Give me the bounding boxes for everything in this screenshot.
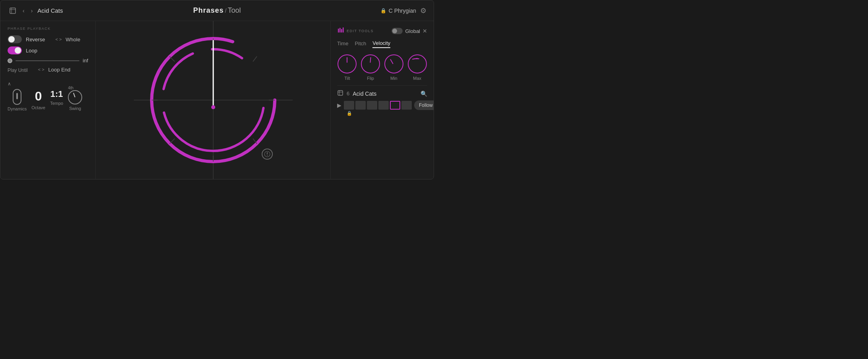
play-until-label: Play Until <box>8 68 28 73</box>
svg-rect-25 <box>338 91 343 95</box>
loop-row: Loop <box>8 46 88 54</box>
phrase-block-1[interactable] <box>344 101 354 110</box>
phrase-block-5[interactable] <box>390 101 400 110</box>
svg-rect-20 <box>338 29 339 33</box>
swing-note: 4th <box>68 86 73 90</box>
tempo-value: 1:1 <box>50 89 63 99</box>
top-bar-center: Phrases / Tool <box>193 6 241 15</box>
phrase-block-3[interactable] <box>367 101 377 110</box>
bottom-controls: ∧ Dynamics 0 Octave <box>8 81 88 111</box>
phrase-block-2[interactable] <box>355 101 366 110</box>
chevron-up-icon[interactable]: ∧ <box>8 81 88 87</box>
global-label: Global <box>405 28 420 34</box>
svg-marker-18 <box>266 152 268 154</box>
center-panel <box>96 21 330 179</box>
svg-rect-0 <box>10 8 15 14</box>
octave-value: 0 <box>35 89 42 104</box>
phrase-name: Acid Cats <box>353 91 376 97</box>
tilt-knob[interactable] <box>338 54 357 73</box>
svg-rect-22 <box>341 29 342 33</box>
loop-label: Loop <box>26 48 37 54</box>
phrase-lock-row: 🔒 <box>337 111 427 116</box>
dynamics-knob-item: Dynamics <box>8 89 27 111</box>
slider-track[interactable] <box>15 60 79 61</box>
reverse-row: Reverse < > Whole <box>8 35 88 43</box>
knob-row: Dynamics 0 Octave 1:1 Tempo <box>8 89 88 111</box>
slider-dot[interactable] <box>8 58 12 63</box>
cube-icon <box>8 6 18 16</box>
edit-tools-left: EDIT TOOLS <box>337 27 374 35</box>
phrase-player-row: ▶ Follow Latch <box>337 100 427 110</box>
min-knob-cell: Min <box>384 54 404 81</box>
min-label: Min <box>390 76 397 81</box>
svg-rect-21 <box>339 28 341 33</box>
edit-tools-icon <box>337 27 344 35</box>
follow-button[interactable]: Follow <box>414 100 434 110</box>
phrase-block-4[interactable] <box>378 101 389 110</box>
search-button[interactable]: 🔍 <box>420 91 427 97</box>
tool-brand: Tool <box>228 6 241 15</box>
key-label: C Phrygian <box>389 8 416 14</box>
reverse-toggle[interactable] <box>8 35 22 43</box>
dynamics-label: Dynamics <box>8 106 27 111</box>
edit-tools-header: EDIT TOOLS Global ✕ <box>337 27 427 35</box>
svg-point-16 <box>211 105 215 109</box>
swing-label: Swing <box>69 106 81 111</box>
flip-knob-cell: Flip <box>361 54 381 81</box>
forward-button[interactable]: › <box>29 7 35 15</box>
loop-slider-row: inf <box>8 58 88 64</box>
svg-line-8 <box>253 56 257 62</box>
phrase-block-6[interactable] <box>401 101 412 110</box>
compass-button[interactable] <box>262 149 273 160</box>
left-panel: PHRASE PLAYBACK Reverse < > Whole Loop <box>0 21 96 179</box>
svg-line-12 <box>170 139 175 144</box>
dynamics-knob[interactable] <box>13 89 21 105</box>
gear-button[interactable]: ⚙ <box>420 6 426 15</box>
tab-time[interactable]: Time <box>337 41 348 48</box>
max-knob[interactable] <box>408 54 427 73</box>
tempo-knob-item: 1:1 Tempo <box>50 89 63 106</box>
global-toggle[interactable] <box>392 28 403 34</box>
loop-end-label: Loop End <box>48 67 71 73</box>
svg-marker-19 <box>266 154 268 156</box>
brand-slash: / <box>225 8 227 14</box>
right-panel: EDIT TOOLS Global ✕ Time Pitch Velocity <box>330 21 434 179</box>
circular-display <box>146 33 281 168</box>
close-button[interactable]: ✕ <box>422 28 427 34</box>
tempo-label: Tempo <box>50 101 63 106</box>
top-bar-left: ‹ › Acid Cats <box>8 6 63 16</box>
play-button[interactable]: ▶ <box>337 102 341 108</box>
flip-knob[interactable] <box>361 54 380 73</box>
key-badge: 🔒 C Phrygian <box>380 8 416 14</box>
circle-svg <box>146 33 281 168</box>
tab-pitch[interactable]: Pitch <box>355 41 366 48</box>
min-knob[interactable] <box>384 54 403 73</box>
edit-tools-right: Global ✕ <box>392 28 427 34</box>
loop-toggle[interactable] <box>8 46 22 54</box>
svg-rect-23 <box>343 27 344 33</box>
phrase-lock-icon: 🔒 <box>347 111 352 116</box>
svg-line-24 <box>413 58 417 59</box>
phrase-section: 6 Acid Cats 🔍 ▶ Follow Latch <box>337 85 427 116</box>
whole-bracket: < > <box>55 37 62 42</box>
tab-velocity[interactable]: Velocity <box>372 40 390 48</box>
knob-grid: Tilt Flip Min Max <box>337 54 427 81</box>
phrase-playback-label: PHRASE PLAYBACK <box>8 27 88 31</box>
flip-label: Flip <box>367 76 374 81</box>
max-knob-cell: Max <box>407 54 427 81</box>
main-content: PHRASE PLAYBACK Reverse < > Whole Loop <box>0 21 434 179</box>
edit-tools-label: EDIT TOOLS <box>347 29 374 33</box>
swing-knob-item: 4th Swing <box>68 89 82 111</box>
phrase-cube-icon <box>337 90 343 97</box>
swing-knob[interactable] <box>68 90 82 104</box>
svg-line-10 <box>253 139 257 144</box>
back-button[interactable]: ‹ <box>21 7 26 15</box>
octave-knob-item: 0 Octave <box>31 89 45 110</box>
lock-icon: 🔒 <box>380 8 386 14</box>
octave-label: Octave <box>31 105 45 110</box>
phrases-brand: Phrases <box>193 6 224 15</box>
tilt-knob-cell: Tilt <box>337 54 357 81</box>
phrase-blocks <box>344 101 412 110</box>
phrase-count: 6 <box>347 91 349 97</box>
max-label: Max <box>413 76 421 81</box>
